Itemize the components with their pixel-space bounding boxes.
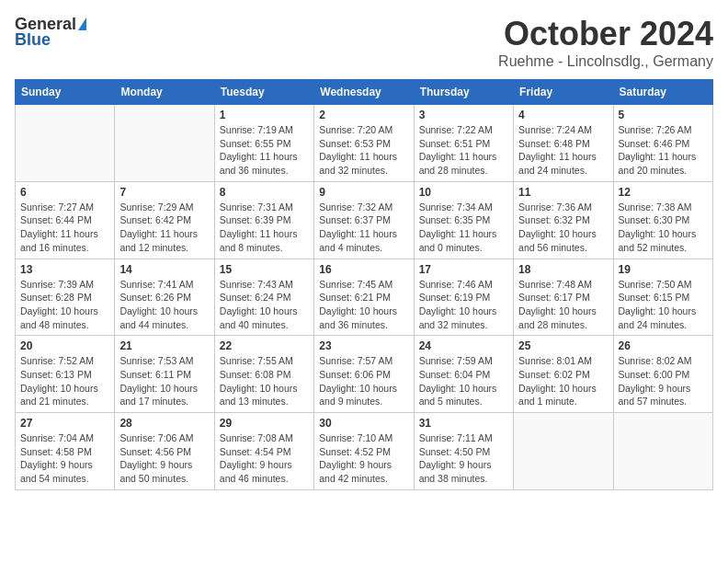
day-info: Sunrise: 7:59 AM Sunset: 6:04 PM Dayligh… <box>419 354 508 408</box>
calendar-cell: 14Sunrise: 7:41 AM Sunset: 6:26 PM Dayli… <box>115 259 214 336</box>
day-number: 15 <box>220 263 309 276</box>
title-section: October 2024 Ruehme - Lincolnsdlg., Germ… <box>498 15 713 70</box>
day-info: Sunrise: 7:57 AM Sunset: 6:06 PM Dayligh… <box>319 354 408 408</box>
day-info: Sunrise: 7:32 AM Sunset: 6:37 PM Dayligh… <box>319 201 408 255</box>
day-info: Sunrise: 8:01 AM Sunset: 6:02 PM Dayligh… <box>518 354 608 408</box>
day-number: 25 <box>518 339 608 352</box>
day-info: Sunrise: 7:24 AM Sunset: 6:48 PM Dayligh… <box>518 123 608 178</box>
day-number: 22 <box>220 339 309 352</box>
calendar-cell: 13Sunrise: 7:39 AM Sunset: 6:28 PM Dayli… <box>16 259 115 336</box>
calendar-cell: 10Sunrise: 7:34 AM Sunset: 6:35 PM Dayli… <box>414 181 513 259</box>
day-info: Sunrise: 7:52 AM Sunset: 6:13 PM Dayligh… <box>20 354 109 408</box>
day-info: Sunrise: 7:38 AM Sunset: 6:30 PM Dayligh… <box>619 201 708 255</box>
day-header-tuesday: Tuesday <box>214 80 313 105</box>
day-number: 18 <box>518 263 608 276</box>
day-info: Sunrise: 7:50 AM Sunset: 6:15 PM Dayligh… <box>619 278 708 332</box>
calendar-cell: 21Sunrise: 7:53 AM Sunset: 6:11 PM Dayli… <box>115 336 214 413</box>
day-info: Sunrise: 7:43 AM Sunset: 6:24 PM Dayligh… <box>220 278 309 332</box>
calendar-week-row: 6Sunrise: 7:27 AM Sunset: 6:44 PM Daylig… <box>16 181 713 259</box>
day-header-thursday: Thursday <box>414 80 513 105</box>
day-number: 11 <box>518 186 608 199</box>
calendar-cell: 25Sunrise: 8:01 AM Sunset: 6:02 PM Dayli… <box>514 336 613 413</box>
day-number: 1 <box>220 109 309 121</box>
calendar-cell: 20Sunrise: 7:52 AM Sunset: 6:13 PM Dayli… <box>16 336 115 413</box>
day-info: Sunrise: 7:27 AM Sunset: 6:44 PM Dayligh… <box>20 201 109 255</box>
day-info: Sunrise: 7:53 AM Sunset: 6:11 PM Dayligh… <box>119 354 209 408</box>
day-number: 7 <box>119 186 209 199</box>
calendar-cell: 5Sunrise: 7:26 AM Sunset: 6:46 PM Daylig… <box>613 105 712 182</box>
calendar-cell: 15Sunrise: 7:43 AM Sunset: 6:24 PM Dayli… <box>214 259 313 336</box>
day-header-monday: Monday <box>115 80 214 105</box>
logo-arrow-icon <box>78 17 86 30</box>
calendar-header-row: SundayMondayTuesdayWednesdayThursdayFrid… <box>16 80 713 105</box>
calendar-cell: 29Sunrise: 7:08 AM Sunset: 4:54 PM Dayli… <box>214 413 313 490</box>
day-number: 8 <box>220 186 309 199</box>
calendar-cell: 22Sunrise: 7:55 AM Sunset: 6:08 PM Dayli… <box>214 336 313 413</box>
calendar-cell: 30Sunrise: 7:10 AM Sunset: 4:52 PM Dayli… <box>314 413 414 490</box>
calendar-cell: 17Sunrise: 7:46 AM Sunset: 6:19 PM Dayli… <box>414 259 513 336</box>
calendar-cell: 6Sunrise: 7:27 AM Sunset: 6:44 PM Daylig… <box>16 181 115 259</box>
calendar-cell: 8Sunrise: 7:31 AM Sunset: 6:39 PM Daylig… <box>214 181 313 259</box>
day-number: 9 <box>319 186 408 199</box>
day-number: 28 <box>119 417 209 430</box>
day-info: Sunrise: 7:26 AM Sunset: 6:46 PM Dayligh… <box>619 123 708 178</box>
day-header-sunday: Sunday <box>16 80 115 105</box>
day-header-saturday: Saturday <box>613 80 712 105</box>
calendar-cell <box>115 105 214 182</box>
day-number: 23 <box>319 339 408 352</box>
calendar-cell: 11Sunrise: 7:36 AM Sunset: 6:32 PM Dayli… <box>514 181 613 259</box>
day-number: 21 <box>119 339 209 352</box>
day-number: 4 <box>518 109 608 121</box>
header: General Blue October 2024 Ruehme - Linco… <box>15 15 713 70</box>
calendar-cell: 2Sunrise: 7:20 AM Sunset: 6:53 PM Daylig… <box>314 105 414 182</box>
calendar-cell: 31Sunrise: 7:11 AM Sunset: 4:50 PM Dayli… <box>414 413 513 490</box>
day-info: Sunrise: 7:10 AM Sunset: 4:52 PM Dayligh… <box>319 431 408 486</box>
calendar-cell: 18Sunrise: 7:48 AM Sunset: 6:17 PM Dayli… <box>514 259 613 336</box>
calendar-cell: 12Sunrise: 7:38 AM Sunset: 6:30 PM Dayli… <box>613 181 712 259</box>
day-number: 19 <box>619 263 708 276</box>
calendar-cell: 19Sunrise: 7:50 AM Sunset: 6:15 PM Dayli… <box>613 259 712 336</box>
month-title: October 2024 <box>498 15 713 53</box>
day-info: Sunrise: 7:31 AM Sunset: 6:39 PM Dayligh… <box>220 201 309 255</box>
day-number: 24 <box>419 339 508 352</box>
day-number: 27 <box>20 417 109 430</box>
calendar-cell <box>16 105 115 182</box>
day-info: Sunrise: 7:19 AM Sunset: 6:55 PM Dayligh… <box>220 123 309 178</box>
calendar-cell: 1Sunrise: 7:19 AM Sunset: 6:55 PM Daylig… <box>214 105 313 182</box>
calendar-cell <box>514 413 613 490</box>
day-info: Sunrise: 7:41 AM Sunset: 6:26 PM Dayligh… <box>119 278 209 332</box>
calendar-cell: 28Sunrise: 7:06 AM Sunset: 4:56 PM Dayli… <box>115 413 214 490</box>
day-number: 12 <box>619 186 708 199</box>
day-info: Sunrise: 7:11 AM Sunset: 4:50 PM Dayligh… <box>419 431 508 486</box>
logo: General Blue <box>15 15 86 50</box>
day-number: 13 <box>20 263 109 276</box>
calendar-week-row: 13Sunrise: 7:39 AM Sunset: 6:28 PM Dayli… <box>16 259 713 336</box>
day-info: Sunrise: 7:39 AM Sunset: 6:28 PM Dayligh… <box>20 278 109 332</box>
day-number: 16 <box>319 263 408 276</box>
calendar-table: SundayMondayTuesdayWednesdayThursdayFrid… <box>15 79 713 490</box>
calendar-cell: 27Sunrise: 7:04 AM Sunset: 4:58 PM Dayli… <box>16 413 115 490</box>
day-number: 30 <box>319 417 408 430</box>
logo-blue-text: Blue <box>15 30 51 50</box>
calendar-cell: 7Sunrise: 7:29 AM Sunset: 6:42 PM Daylig… <box>115 181 214 259</box>
day-info: Sunrise: 7:45 AM Sunset: 6:21 PM Dayligh… <box>319 278 408 332</box>
day-info: Sunrise: 7:46 AM Sunset: 6:19 PM Dayligh… <box>419 278 508 332</box>
day-number: 17 <box>419 263 508 276</box>
day-info: Sunrise: 7:06 AM Sunset: 4:56 PM Dayligh… <box>119 431 209 486</box>
calendar-cell: 4Sunrise: 7:24 AM Sunset: 6:48 PM Daylig… <box>514 105 613 182</box>
day-info: Sunrise: 7:36 AM Sunset: 6:32 PM Dayligh… <box>518 201 608 255</box>
day-number: 2 <box>319 109 408 121</box>
day-info: Sunrise: 7:20 AM Sunset: 6:53 PM Dayligh… <box>319 123 408 178</box>
day-number: 10 <box>419 186 508 199</box>
day-info: Sunrise: 7:55 AM Sunset: 6:08 PM Dayligh… <box>220 354 309 408</box>
day-info: Sunrise: 7:04 AM Sunset: 4:58 PM Dayligh… <box>20 431 109 486</box>
day-info: Sunrise: 7:48 AM Sunset: 6:17 PM Dayligh… <box>518 278 608 332</box>
day-header-wednesday: Wednesday <box>314 80 414 105</box>
day-number: 31 <box>419 417 508 430</box>
calendar-cell: 23Sunrise: 7:57 AM Sunset: 6:06 PM Dayli… <box>314 336 414 413</box>
day-info: Sunrise: 8:02 AM Sunset: 6:00 PM Dayligh… <box>619 354 708 408</box>
calendar-cell: 16Sunrise: 7:45 AM Sunset: 6:21 PM Dayli… <box>314 259 414 336</box>
calendar-cell: 9Sunrise: 7:32 AM Sunset: 6:37 PM Daylig… <box>314 181 414 259</box>
calendar-cell <box>613 413 712 490</box>
day-number: 3 <box>419 109 508 121</box>
